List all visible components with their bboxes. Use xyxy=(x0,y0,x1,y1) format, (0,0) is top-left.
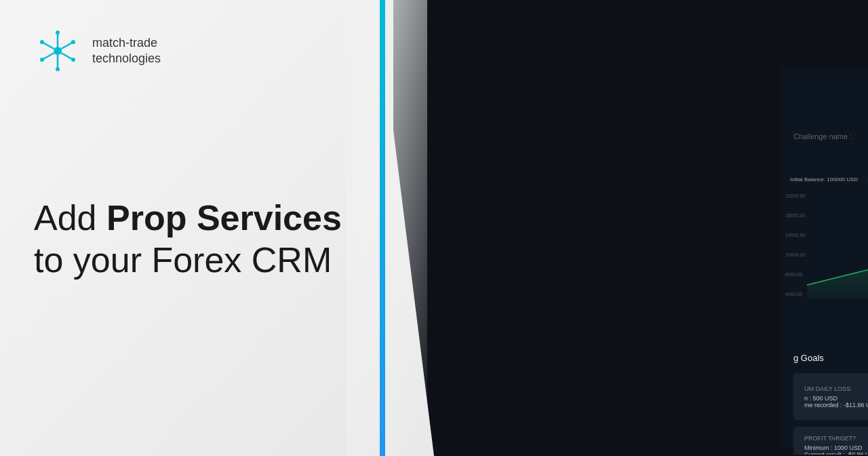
svg-point-7 xyxy=(56,31,60,35)
svg-point-0 xyxy=(54,47,62,55)
svg-point-9 xyxy=(40,40,44,44)
logo-icon xyxy=(34,27,81,75)
bg-goal1-min: n : 500 USD xyxy=(804,395,868,402)
bg-goal1-recorded: me recorded : -$11.86 USD xyxy=(804,402,868,408)
hero-text-block: Add Prop Services to your Forex CRM xyxy=(34,197,342,282)
svg-line-6 xyxy=(42,53,54,60)
left-section: match-trade technologies Add Prop Servic… xyxy=(0,0,393,456)
svg-line-4 xyxy=(61,53,73,60)
logo-container: match-trade technologies xyxy=(34,27,161,75)
svg-line-5 xyxy=(61,42,73,49)
dashboard-container: Challenge name : Challenge 1 Account siz… xyxy=(780,14,868,455)
hero-bold-text: Prop Services xyxy=(106,198,342,238)
bg-challenge-label: Challenge name : xyxy=(793,132,852,140)
svg-point-10 xyxy=(71,58,75,62)
svg-line-3 xyxy=(42,42,54,49)
bg-goals-section: g Goals UM DAILY LOSS n : 500 USD me rec… xyxy=(780,346,868,455)
hero-light-text: Add xyxy=(34,198,106,238)
hero-line2: to your Forex CRM xyxy=(34,239,342,281)
bg-goal1-label: UM DAILY LOSS xyxy=(804,385,868,392)
bg-goals-title: g Goals xyxy=(793,353,868,363)
bg-goal2-result: Current result : -$0.86 USD xyxy=(804,451,868,455)
logo-text: match-trade technologies xyxy=(92,35,161,67)
right-section: Challenge name : Challenge 1 Account siz… xyxy=(359,0,868,456)
hero-line1: Add Prop Services xyxy=(34,197,342,239)
svg-point-11 xyxy=(71,40,75,44)
bg-chart-area: Challenge name : Challenge 1 Account siz… xyxy=(780,68,868,448)
bg-challenge-header: Challenge name : Challenge 1 Account siz… xyxy=(780,132,868,140)
bg-goal2-min: Minimum : 1000 USD xyxy=(804,444,868,451)
svg-point-12 xyxy=(40,58,44,62)
bg-chart-svg xyxy=(780,163,868,299)
svg-point-8 xyxy=(56,67,60,71)
blue-accent-line xyxy=(380,0,385,456)
bg-goal2-label: PROFIT TARGET? xyxy=(804,435,868,442)
bg-goal-item-2: PROFIT TARGET? Minimum : 1000 USD Curren… xyxy=(793,427,868,455)
bg-goal-item-1: UM DAILY LOSS n : 500 USD me recorded : … xyxy=(793,373,868,420)
